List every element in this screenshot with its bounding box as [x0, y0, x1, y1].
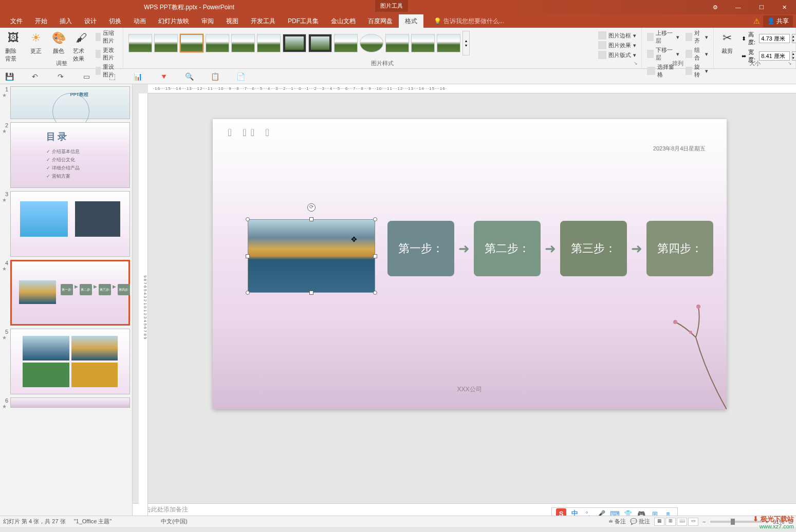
style-preset-5[interactable] — [231, 34, 255, 52]
tab-transition[interactable]: 切换 — [103, 14, 127, 28]
anim-indicator-icon: ★ — [2, 92, 8, 98]
style-preset-11[interactable] — [385, 34, 409, 52]
tab-view[interactable]: 视图 — [220, 14, 245, 28]
style-preset-4[interactable] — [206, 34, 229, 52]
resize-handle-mr[interactable] — [373, 254, 377, 258]
slide-thumbnails-panel[interactable]: 1★ PPT教程 2★ 目录✓ 介绍基本信息✓ 介绍公文化✓ 详细介绍产品✓ 营… — [0, 84, 133, 516]
height-spinner[interactable]: ▴▾ — [792, 34, 796, 43]
size-dialog-launcher[interactable]: ↘ — [788, 61, 794, 67]
zoom-out-button[interactable]: − — [702, 519, 706, 525]
resize-handle-br[interactable] — [373, 291, 377, 295]
sorter-view-button[interactable]: ⊞ — [665, 518, 676, 526]
main-area: 1★ PPT教程 2★ 目录✓ 介绍基本信息✓ 介绍公文化✓ 详细介绍产品✓ 营… — [0, 84, 796, 516]
artistic-effects-button[interactable]: 🖌艺术效果 — [71, 29, 91, 64]
style-preset-1[interactable] — [128, 34, 152, 52]
notes-toggle[interactable]: ≐ 备注 — [608, 518, 626, 525]
slide-thumb-6[interactable] — [10, 397, 130, 408]
tab-animation[interactable]: 动画 — [127, 14, 152, 28]
slide-thumb-4[interactable]: 第一步:▶第二步:▶第三步:▶第四步: — [10, 260, 130, 326]
svg-point-0 — [673, 320, 677, 324]
align-button[interactable]: 对齐 ▾ — [683, 29, 710, 45]
horizontal-ruler[interactable]: ·16···15···14···13···12···11···10···9···… — [148, 84, 796, 93]
style-preset-6[interactable] — [257, 34, 281, 52]
crop-button[interactable]: ✂裁剪 — [717, 29, 737, 56]
tell-me-search[interactable]: 💡告诉我您想要做什么... — [434, 17, 504, 26]
slideshow-view-button[interactable]: ▭ — [688, 518, 698, 526]
style-preset-13[interactable] — [437, 34, 460, 52]
resize-handle-ml[interactable] — [246, 254, 250, 258]
picture-layout-button[interactable]: 图片版式 ▾ — [596, 50, 638, 60]
resize-handle-tl[interactable] — [246, 217, 250, 221]
style-preset-9[interactable] — [334, 34, 358, 52]
share-button[interactable]: 👤 共享 — [763, 15, 793, 27]
resize-handle-tm[interactable] — [309, 217, 313, 221]
tab-slideshow[interactable]: 幻灯片放映 — [152, 14, 195, 28]
thumb-row-5: 5★ — [2, 329, 130, 394]
style-preset-8[interactable] — [308, 34, 332, 52]
tab-wpsdoc[interactable]: 金山文档 — [325, 14, 362, 28]
tab-developer[interactable]: 开发工具 — [245, 14, 282, 28]
maximize-button[interactable]: ☐ — [750, 0, 773, 14]
change-icon — [96, 50, 101, 58]
color-button[interactable]: 🎨颜色 — [48, 29, 69, 56]
rotation-handle[interactable]: ⟳ — [307, 203, 316, 212]
slide-thumb-3[interactable] — [10, 191, 130, 257]
anim-indicator-icon: ★ — [2, 128, 8, 134]
tab-format[interactable]: 格式 — [399, 14, 423, 28]
tab-home[interactable]: 开始 — [29, 14, 53, 28]
anim-indicator-icon: ★ — [2, 197, 8, 203]
resize-handle-bl[interactable] — [246, 291, 250, 295]
warning-icon[interactable]: ⚠ — [753, 17, 760, 25]
picture-border-button[interactable]: 图片边框 ▾ — [596, 31, 638, 40]
step-3-box[interactable]: 第三步： — [560, 221, 627, 276]
style-preset-10[interactable] — [360, 34, 383, 52]
height-input[interactable] — [759, 34, 790, 43]
qat-button-7[interactable]: 🔻 — [158, 71, 169, 82]
ribbon-tabs: 文件 开始 插入 设计 切换 动画 幻灯片放映 审阅 视图 开发工具 PDF工具… — [0, 14, 796, 28]
lang-indicator[interactable]: 中文(中国) — [161, 518, 187, 525]
slide-thumb-5[interactable] — [10, 329, 130, 394]
normal-view-button[interactable]: ▦ — [654, 518, 664, 526]
step-1-box[interactable]: 第一步： — [387, 221, 454, 276]
qat-button-6[interactable]: 📊 — [133, 71, 143, 82]
compress-picture-button[interactable]: 压缩图片 — [94, 29, 120, 45]
tab-pdf[interactable]: PDF工具集 — [282, 14, 325, 28]
style-preset-3[interactable] — [180, 34, 203, 52]
group-label: 大小 — [714, 60, 795, 67]
bring-forward-button[interactable]: 上移一层 ▾ — [645, 29, 681, 45]
style-preset-2[interactable] — [154, 34, 178, 52]
ribbon-options-icon[interactable]: ⚙ — [704, 0, 727, 14]
resize-handle-tr[interactable] — [373, 217, 377, 221]
slide-thumb-2[interactable]: 目录✓ 介绍基本信息✓ 介绍公文化✓ 详细介绍产品✓ 营销方案 — [10, 122, 130, 188]
picture-effects-button[interactable]: 图片效果 ▾ — [596, 41, 638, 50]
tab-review[interactable]: 审阅 — [195, 14, 220, 28]
tab-baidu[interactable]: 百度网盘 — [362, 14, 399, 28]
qat-button-10[interactable]: 📄 — [235, 71, 246, 82]
selected-picture[interactable]: ⟳ ✥ — [248, 219, 375, 293]
group-label: 排列 — [642, 60, 713, 67]
gallery-more-button[interactable]: ▴▾ — [462, 31, 470, 55]
tab-insert[interactable]: 插入 — [53, 14, 78, 28]
comments-toggle[interactable]: 💬 批注 — [630, 518, 650, 525]
rotate-icon — [686, 67, 692, 75]
qat-button-9[interactable]: 📋 — [210, 71, 220, 82]
style-preset-12[interactable] — [411, 34, 435, 52]
close-button[interactable]: ✕ — [773, 0, 796, 14]
tab-file[interactable]: 文件 — [4, 14, 29, 28]
remove-background-button[interactable]: 🖼删除背景 — [3, 29, 24, 64]
step-2-box[interactable]: 第二步： — [474, 221, 541, 276]
corrections-button[interactable]: ☀更正 — [26, 29, 46, 56]
style-preset-7[interactable] — [283, 34, 306, 52]
qat-button-8[interactable]: 🔍 — [184, 71, 194, 82]
step-4-box[interactable]: 第四步： — [646, 221, 713, 276]
slide-thumb-1[interactable]: PPT教程 — [10, 86, 130, 119]
tab-design[interactable]: 设计 — [78, 14, 103, 28]
slide-content[interactable]: 𓅮 𓅮𓅮 𓅮 2023年8月4日星期五 ⟳ ✥ — [213, 119, 727, 409]
minimize-button[interactable]: — — [727, 0, 750, 14]
layout-icon — [598, 51, 606, 59]
styles-dialog-launcher[interactable]: ↘ — [634, 61, 640, 67]
notes-pane[interactable]: 单击此处添加备注 — [133, 503, 796, 516]
reading-view-button[interactable]: 📖 — [677, 518, 687, 526]
resize-handle-bm[interactable] — [309, 291, 313, 295]
canvas[interactable]: 𓅮 𓅮𓅮 𓅮 2023年8月4日星期五 ⟳ ✥ — [133, 93, 796, 503]
